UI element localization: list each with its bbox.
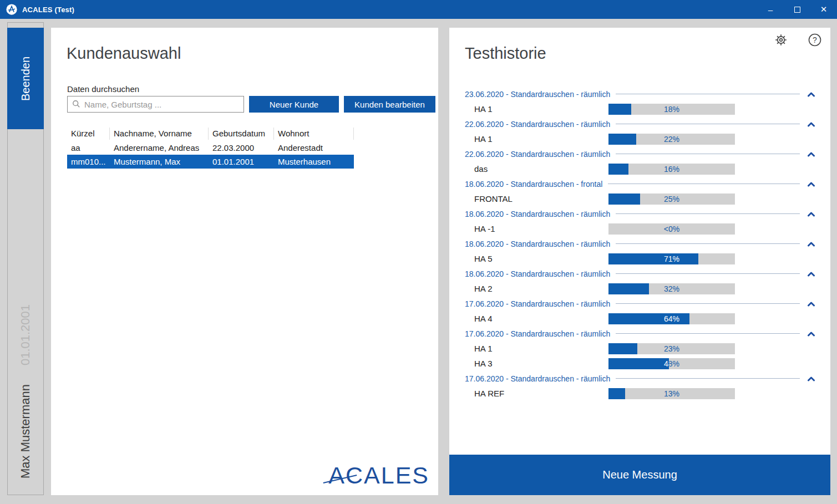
test-group-header[interactable]: 17.06.2020 - Standardrauschen - räumlich bbox=[465, 371, 815, 386]
close-button[interactable]: ✕ bbox=[810, 0, 837, 19]
test-row: HA 571%71% bbox=[465, 251, 815, 266]
test-row: HA 348%48% bbox=[465, 356, 815, 371]
table-cell: aa bbox=[67, 143, 110, 152]
minimize-button[interactable]: – bbox=[757, 0, 784, 19]
new-customer-button[interactable]: Neuer Kunde bbox=[249, 96, 339, 113]
test-group-header[interactable]: 18.06.2020 - Standardrauschen - frontal bbox=[465, 176, 815, 191]
chevron-up-icon[interactable] bbox=[808, 209, 815, 219]
chevron-up-icon[interactable] bbox=[808, 89, 815, 99]
edit-customer-button[interactable]: Kunden bearbeiten bbox=[344, 96, 435, 113]
search-section-label: Daten durchsuchen bbox=[67, 84, 139, 94]
test-group: 23.06.2020 - Standardrauschen - räumlich… bbox=[465, 86, 815, 116]
table-cell: 01.01.2001 bbox=[209, 157, 274, 166]
test-row: FRONTAL25%25% bbox=[465, 191, 815, 206]
history-list: 23.06.2020 - Standardrauschen - räumlich… bbox=[465, 86, 815, 401]
chevron-up-icon[interactable] bbox=[808, 179, 815, 189]
quit-button-label: Beenden bbox=[19, 56, 32, 100]
test-group-date: 18.06.2020 - Standardrauschen - räumlich bbox=[465, 240, 610, 248]
score-percent: 13% bbox=[608, 388, 735, 399]
test-group-divider bbox=[616, 124, 800, 124]
svg-text:?: ? bbox=[813, 35, 817, 44]
test-label: HA REF bbox=[474, 389, 608, 398]
search-field-wrap bbox=[67, 96, 244, 113]
score-bar: 23%23% bbox=[608, 343, 735, 354]
test-group: 18.06.2020 - Standardrauschen - räumlich… bbox=[465, 266, 815, 296]
table-cell: Mustermann, Max bbox=[110, 157, 209, 166]
test-group-divider bbox=[616, 94, 800, 94]
table-cell: mm010... bbox=[67, 157, 110, 166]
test-row: HA 123%23% bbox=[465, 341, 815, 356]
table-row[interactable]: mm010...Mustermann, Max01.01.2001Musterh… bbox=[67, 155, 354, 169]
quit-button[interactable]: Beenden bbox=[7, 28, 44, 129]
maximize-button[interactable] bbox=[784, 0, 810, 19]
help-button[interactable]: ? bbox=[807, 32, 823, 48]
maximize-icon bbox=[794, 7, 800, 13]
test-label: HA 4 bbox=[474, 314, 608, 323]
gear-icon bbox=[774, 33, 788, 47]
help-icon: ? bbox=[808, 33, 822, 47]
test-row: HA -1<0%<0% bbox=[465, 221, 815, 236]
test-group-header[interactable]: 22.06.2020 - Standardrauschen - räumlich bbox=[465, 116, 815, 131]
test-row: HA REF13%13% bbox=[465, 386, 815, 401]
test-row: das16%16% bbox=[465, 161, 815, 176]
chevron-up-icon[interactable] bbox=[808, 299, 815, 309]
chevron-up-icon[interactable] bbox=[808, 329, 815, 339]
new-measurement-button[interactable]: Neue Messung bbox=[449, 455, 830, 495]
test-group-date: 23.06.2020 - Standardrauschen - räumlich bbox=[465, 90, 610, 99]
customer-table-header: KürzelNachname, VornameGeburtsdatumWohno… bbox=[67, 126, 354, 141]
table-cell: 22.03.2000 bbox=[209, 143, 274, 152]
customer-table-body: aaAnderername, Andreas22.03.2000Anderest… bbox=[67, 141, 354, 169]
test-group-header[interactable]: 17.06.2020 - Standardrauschen - räumlich bbox=[465, 296, 815, 311]
test-group-divider bbox=[616, 273, 800, 274]
test-label: HA 1 bbox=[474, 134, 608, 144]
test-label: HA -1 bbox=[474, 224, 608, 233]
history-panel-title: Testhistorie bbox=[465, 44, 546, 63]
score-bar: <0%<0% bbox=[608, 223, 735, 235]
test-label: HA 3 bbox=[474, 359, 608, 368]
search-input[interactable] bbox=[67, 96, 244, 113]
score-bar: 71%71% bbox=[608, 253, 735, 264]
score-bar: 16%16% bbox=[608, 164, 735, 175]
customer-name-label: Max Mustermann bbox=[18, 384, 33, 478]
test-group: 22.06.2020 - Standardrauschen - räumlich… bbox=[465, 146, 815, 176]
customer-dob-label: 01.01.2001 bbox=[18, 304, 33, 365]
customer-table: KürzelNachname, VornameGeburtsdatumWohno… bbox=[67, 126, 354, 169]
chevron-up-icon[interactable] bbox=[808, 239, 815, 249]
test-group: 18.06.2020 - Standardrauschen - räumlich… bbox=[465, 236, 815, 266]
table-cell: Anderername, Andreas bbox=[110, 143, 209, 152]
chevron-up-icon[interactable] bbox=[808, 119, 815, 129]
score-bar: 64%64% bbox=[608, 313, 735, 324]
test-group-header[interactable]: 18.06.2020 - Standardrauschen - räumlich bbox=[465, 266, 815, 281]
test-group-date: 18.06.2020 - Standardrauschen - frontal bbox=[465, 180, 602, 189]
test-group-header[interactable]: 18.06.2020 - Standardrauschen - räumlich bbox=[465, 236, 815, 251]
chevron-up-icon[interactable] bbox=[808, 269, 815, 279]
test-group-date: 17.06.2020 - Standardrauschen - räumlich bbox=[465, 374, 610, 383]
test-group-header[interactable]: 18.06.2020 - Standardrauschen - räumlich bbox=[465, 206, 815, 221]
settings-button[interactable] bbox=[773, 32, 789, 48]
test-row: HA 122%22% bbox=[465, 131, 815, 146]
table-column-header: Kürzel bbox=[67, 128, 110, 140]
test-group-header[interactable]: 23.06.2020 - Standardrauschen - räumlich bbox=[465, 86, 815, 101]
history-panel: ? Testhistorie 23.06.2020 - Standardraus… bbox=[449, 28, 830, 495]
table-row[interactable]: aaAnderername, Andreas22.03.2000Anderest… bbox=[67, 141, 354, 155]
test-group-date: 17.06.2020 - Standardrauschen - räumlich bbox=[465, 329, 610, 338]
test-group-date: 22.06.2020 - Standardrauschen - räumlich bbox=[465, 120, 610, 129]
test-label: HA 5 bbox=[474, 254, 608, 263]
chevron-up-icon[interactable] bbox=[808, 374, 815, 384]
test-group-date: 18.06.2020 - Standardrauschen - räumlich bbox=[465, 210, 610, 218]
test-group: 18.06.2020 - Standardrauschen - räumlich… bbox=[465, 206, 815, 236]
table-column-header: Geburtsdatum bbox=[209, 128, 274, 140]
test-row: HA 232%32% bbox=[465, 281, 815, 296]
test-group-header[interactable]: 22.06.2020 - Standardrauschen - räumlich bbox=[465, 146, 815, 161]
test-group: 17.06.2020 - Standardrauschen - räumlich… bbox=[465, 371, 815, 401]
score-percent: <0% bbox=[608, 223, 735, 235]
acales-logo: ACALES bbox=[328, 464, 429, 487]
test-label: HA 1 bbox=[474, 344, 608, 353]
score-bar: 48%48% bbox=[608, 358, 735, 369]
test-group: 18.06.2020 - Standardrauschen - frontalF… bbox=[465, 176, 815, 206]
test-group-header[interactable]: 17.06.2020 - Standardrauschen - räumlich bbox=[465, 326, 815, 341]
table-column-header: Wohnort bbox=[274, 128, 354, 140]
chevron-up-icon[interactable] bbox=[808, 149, 815, 159]
sidebar: Beenden 01.01.2001 Max Mustermann bbox=[7, 22, 44, 495]
search-icon bbox=[72, 100, 80, 108]
